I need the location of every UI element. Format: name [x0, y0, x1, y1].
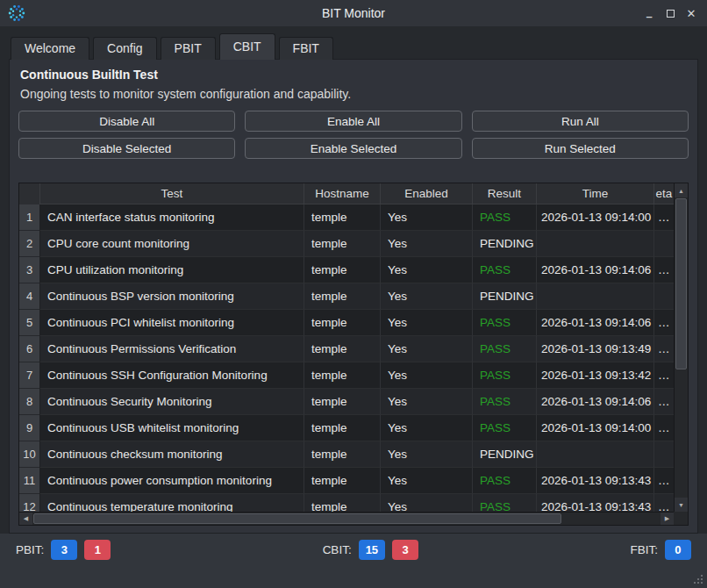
cell-details[interactable]: … — [654, 389, 674, 415]
cell-enabled[interactable]: Yes — [381, 231, 473, 257]
row-number[interactable]: 8 — [19, 389, 40, 415]
row-number[interactable]: 2 — [19, 231, 40, 257]
cell-hostname[interactable]: temple — [304, 204, 381, 231]
row-number[interactable]: 12 — [19, 494, 40, 512]
row-number[interactable]: 5 — [19, 310, 40, 336]
cell-test[interactable]: Continuous checksum monitoring — [40, 441, 304, 468]
cell-enabled[interactable]: Yes — [381, 336, 473, 362]
table-row[interactable]: 11Continuous power consumption monitorin… — [19, 468, 674, 494]
cell-details[interactable] — [654, 231, 674, 257]
maximize-button[interactable] — [660, 3, 681, 24]
table-row[interactable]: 9Continuous USB whitelist monitoringtemp… — [19, 415, 674, 441]
table-row[interactable]: 2CPU core count monitoringtempleYesPENDI… — [19, 231, 674, 257]
disable-selected-button[interactable]: Disable Selected — [18, 138, 235, 159]
scroll-down-button[interactable]: ▼ — [675, 498, 688, 512]
cell-time[interactable]: 2026-01-13 09:14:00 — [537, 204, 654, 231]
title-bar[interactable]: BIT Monitor – ✕ — [0, 0, 707, 26]
cell-hostname[interactable]: temple — [304, 231, 381, 257]
cell-time[interactable]: 2026-01-13 09:13:42 — [537, 362, 654, 389]
row-number[interactable]: 1 — [19, 204, 40, 231]
disable-all-button[interactable]: Disable All — [18, 111, 235, 132]
row-number[interactable]: 6 — [19, 336, 40, 362]
cell-enabled[interactable]: Yes — [381, 257, 473, 283]
cell-enabled[interactable]: Yes — [381, 389, 473, 415]
cell-details[interactable]: … — [654, 362, 674, 389]
cell-test[interactable]: Continuous USB whitelist monitoring — [40, 415, 304, 441]
cell-result[interactable]: PENDING — [473, 441, 537, 468]
cell-details[interactable] — [654, 283, 674, 310]
run-all-button[interactable]: Run All — [472, 111, 689, 132]
cell-details[interactable]: … — [654, 257, 674, 283]
row-number[interactable]: 4 — [19, 283, 40, 310]
cell-hostname[interactable]: temple — [304, 494, 381, 512]
cell-time[interactable]: 2026-01-13 09:14:06 — [537, 310, 654, 336]
vertical-scrollbar[interactable]: ▲ ▼ — [674, 183, 688, 512]
cell-test[interactable]: Continuous Security Monitoring — [40, 389, 304, 415]
vertical-scroll-thumb[interactable] — [675, 198, 687, 369]
cell-enabled[interactable]: Yes — [381, 441, 473, 468]
cell-result[interactable]: PASS — [473, 204, 537, 231]
tab-cbit[interactable]: CBIT — [219, 33, 275, 60]
table-row[interactable]: 4Continuous BSP version monitoringtemple… — [19, 283, 674, 310]
cell-test[interactable]: CPU core count monitoring — [40, 231, 304, 257]
cell-time[interactable]: 2026-01-13 09:13:43 — [537, 468, 654, 494]
resize-grip[interactable] — [694, 575, 703, 584]
cell-hostname[interactable]: temple — [304, 468, 381, 494]
table-row[interactable]: 10Continuous checksum monitoringtempleYe… — [19, 441, 674, 468]
cell-enabled[interactable]: Yes — [381, 310, 473, 336]
scroll-left-button[interactable]: ◀ — [19, 513, 32, 525]
cell-test[interactable]: Continuous BSP version monitoring — [40, 283, 304, 310]
cell-details[interactable] — [654, 441, 674, 468]
run-selected-button[interactable]: Run Selected — [472, 138, 689, 159]
table-row[interactable]: 5Continuous PCI whitelist monitoringtemp… — [19, 310, 674, 336]
cell-test[interactable]: Continuous power consumption monitoring — [40, 468, 304, 494]
cell-result[interactable]: PASS — [473, 494, 537, 512]
cell-result[interactable]: PASS — [473, 336, 537, 362]
horizontal-scroll-thumb[interactable] — [33, 513, 561, 524]
cell-details[interactable]: … — [654, 310, 674, 336]
cell-hostname[interactable]: temple — [304, 441, 381, 468]
table-row[interactable]: 3CPU utilization monitoringtempleYesPASS… — [19, 257, 674, 283]
table-row[interactable]: 12Continuous temperature monitoringtempl… — [19, 494, 674, 512]
table-row[interactable]: 6Continuous Permissions Verificationtemp… — [19, 336, 674, 362]
tab-pbit[interactable]: PBIT — [161, 37, 216, 60]
cell-test[interactable]: Continuous Permissions Verification — [40, 336, 304, 362]
row-number[interactable]: 7 — [19, 362, 40, 389]
cell-time[interactable]: 2026-01-13 09:14:06 — [537, 389, 654, 415]
tab-welcome[interactable]: Welcome — [11, 37, 89, 60]
cell-result[interactable]: PASS — [473, 468, 537, 494]
close-button[interactable]: ✕ — [681, 3, 702, 24]
cell-result[interactable]: PASS — [473, 362, 537, 389]
cell-enabled[interactable]: Yes — [381, 283, 473, 310]
cell-time[interactable]: 2026-01-13 09:13:43 — [537, 494, 654, 512]
cell-result[interactable]: PENDING — [473, 231, 537, 257]
table-row[interactable]: 7Continuous SSH Configuration Monitoring… — [19, 362, 674, 389]
cell-hostname[interactable]: temple — [304, 310, 381, 336]
tab-config[interactable]: Config — [93, 37, 156, 60]
cell-details[interactable]: … — [654, 415, 674, 441]
cell-test[interactable]: Continuous PCI whitelist monitoring — [40, 310, 304, 336]
cell-hostname[interactable]: temple — [304, 415, 381, 441]
scroll-up-button[interactable]: ▲ — [675, 183, 688, 197]
column-header-hostname[interactable]: Hostname — [304, 183, 381, 204]
column-header-test[interactable]: Test — [40, 183, 304, 204]
cell-enabled[interactable]: Yes — [381, 468, 473, 494]
cell-time[interactable] — [537, 441, 654, 468]
row-number[interactable]: 10 — [19, 441, 40, 468]
cell-test[interactable]: CPU utilization monitoring — [40, 257, 304, 283]
cell-hostname[interactable]: temple — [304, 389, 381, 415]
cell-test[interactable]: CAN interface status monitoring — [40, 204, 304, 231]
column-header-enabled[interactable]: Enabled — [381, 183, 473, 204]
row-number[interactable]: 3 — [19, 257, 40, 283]
cell-result[interactable]: PASS — [473, 389, 537, 415]
cell-time[interactable]: 2026-01-13 09:14:00 — [537, 415, 654, 441]
cell-enabled[interactable]: Yes — [381, 362, 473, 389]
enable-all-button[interactable]: Enable All — [245, 111, 461, 132]
cell-result[interactable]: PASS — [473, 257, 537, 283]
cell-time[interactable] — [537, 231, 654, 257]
row-number[interactable]: 11 — [19, 468, 40, 494]
cell-enabled[interactable]: Yes — [381, 204, 473, 231]
cell-time[interactable]: 2026-01-13 09:14:06 — [537, 257, 654, 283]
cell-test[interactable]: Continuous SSH Configuration Monitoring — [40, 362, 304, 389]
column-header-result[interactable]: Result — [473, 183, 537, 204]
